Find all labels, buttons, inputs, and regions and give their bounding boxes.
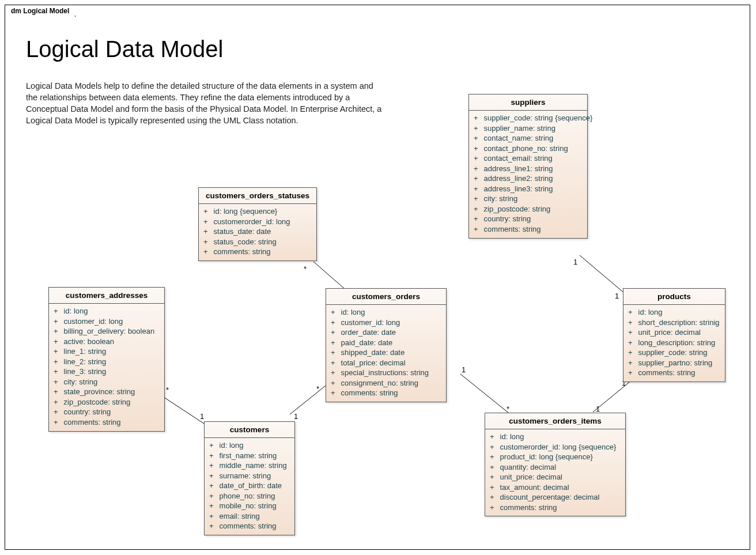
entity-attribute: + status_date: date (203, 226, 313, 237)
entity-customers-orders-statuses: customers_orders_statuses + id: long {se… (198, 187, 317, 261)
attribute-text: comments: string (339, 388, 398, 397)
entity-attribute: + comments: string (474, 224, 584, 235)
attribute-text: address_line2: string (482, 174, 553, 183)
attribute-text: zip_postcode: string (62, 398, 130, 406)
entity-title: customers_orders_items (485, 413, 625, 429)
entity-title: customers_addresses (49, 288, 164, 304)
visibility-plus-icon: + (54, 316, 62, 327)
attribute-text: quantity: decimal (498, 463, 556, 471)
attribute-text: total_price: decimal (339, 358, 406, 367)
attribute-text: address_line1: string (482, 164, 553, 173)
entity-attribute: + paid_date: date (331, 338, 443, 348)
visibility-plus-icon: + (209, 501, 217, 511)
attribute-text: id: long (62, 307, 88, 315)
entity-attribute: + address_line3: string (474, 184, 584, 194)
attribute-text: supplier_code: string (636, 348, 708, 357)
visibility-plus-icon: + (331, 358, 339, 368)
attribute-text: phone_no: string (217, 492, 275, 500)
entity-customers-orders: customers_orders + id: long+ customer_id… (326, 288, 447, 402)
visibility-plus-icon: + (628, 358, 636, 368)
visibility-plus-icon: + (490, 492, 498, 503)
entity-attribute: + unit_price: decimal (490, 472, 622, 482)
attribute-text: line_2: string (62, 357, 106, 366)
attribute-text: comments: string (636, 368, 695, 377)
entity-attribute: + id: long (628, 307, 721, 318)
visibility-plus-icon: + (490, 503, 498, 513)
entity-attribute: + phone_no: string (209, 491, 291, 501)
attribute-text: id: long (339, 308, 365, 316)
visibility-plus-icon: + (54, 417, 62, 428)
visibility-plus-icon: + (490, 482, 498, 493)
visibility-plus-icon: + (628, 307, 636, 318)
entity-attribute: + active: boolean (54, 337, 161, 347)
attribute-text: order_date: date (339, 328, 396, 337)
entity-attribute: + comments: string (54, 417, 161, 428)
entity-attribute: + customerorder_id: long (203, 217, 313, 227)
entity-attribute: + supplier_name: string (474, 123, 584, 134)
entity-attribute: + id: long (54, 306, 161, 316)
visibility-plus-icon: + (54, 346, 62, 357)
entity-attribute: + line_2: string (54, 357, 161, 367)
entity-attribute: + tax_amount: decimal (490, 482, 622, 493)
attribute-text: contact_email: string (482, 154, 553, 163)
diagram-frame: dm Logical Model Logical Data Model Logi… (5, 5, 750, 550)
entity-attrs: + id: long+ customer_id: long+ order_dat… (326, 305, 446, 402)
visibility-plus-icon: + (490, 452, 498, 462)
attribute-text: long_description: string (636, 338, 715, 347)
visibility-plus-icon: + (490, 462, 498, 473)
svg-line-1 (164, 397, 204, 424)
entity-attribute: + city: string (474, 194, 584, 204)
entity-attribute: + mobile_no: string (209, 501, 291, 511)
attribute-text: comments: string (482, 225, 541, 233)
diagram-description: Logical Data Models help to define the d… (26, 80, 383, 126)
visibility-plus-icon: + (490, 432, 498, 442)
visibility-plus-icon: + (474, 153, 482, 164)
visibility-plus-icon: + (331, 318, 339, 328)
attribute-text: customerorder_id: long {sequence} (498, 443, 616, 451)
attribute-text: country: string (62, 407, 111, 416)
entity-attribute: + comments: string (490, 503, 622, 513)
attribute-text: consignment_no: string (339, 379, 418, 387)
entity-attribute: + contact_name: string (474, 133, 584, 144)
entity-attribute: + line_1: string (54, 346, 161, 357)
visibility-plus-icon: + (331, 307, 339, 318)
visibility-plus-icon: + (209, 440, 217, 451)
entity-attribute: + city: string (54, 377, 161, 387)
entity-title: customers_orders (326, 289, 446, 305)
visibility-plus-icon: + (203, 237, 211, 247)
entity-attribute: + supplier_code: string {sequence} (474, 113, 584, 123)
multiplicity-label: * (166, 386, 169, 394)
svg-line-5 (580, 255, 625, 293)
visibility-plus-icon: + (54, 407, 62, 417)
entity-attribute: + first_name: string (209, 451, 291, 461)
visibility-plus-icon: + (474, 224, 482, 235)
attribute-text: unit_price: decimal (498, 473, 562, 481)
visibility-plus-icon: + (209, 491, 217, 501)
entity-attribute: + consignment_no: string (331, 378, 443, 388)
entity-attrs: + id: long+ customer_id: long+ billing_o… (49, 304, 164, 431)
entity-attrs: + id: long {sequence}+ customerorder_id:… (199, 204, 316, 260)
visibility-plus-icon: + (331, 388, 339, 398)
multiplicity-label: 1 (615, 292, 619, 300)
entity-attrs: + id: long+ customerorder_id: long {sequ… (485, 429, 625, 516)
attribute-text: address_line3: string (482, 184, 553, 193)
visibility-plus-icon: + (54, 387, 62, 397)
diagram-title: Logical Data Model (26, 36, 223, 62)
visibility-plus-icon: + (628, 318, 636, 328)
visibility-plus-icon: + (628, 368, 636, 378)
entity-attribute: + contact_email: string (474, 153, 584, 164)
attribute-text: supplier_code: string {sequence} (482, 114, 592, 122)
entity-attribute: + id: long {sequence} (203, 206, 313, 217)
entity-attribute: + quantity: decimal (490, 462, 622, 473)
entity-products: products + id: long+ short_description: … (623, 288, 725, 382)
attribute-text: comments: string (62, 418, 121, 426)
multiplicity-label: * (304, 265, 307, 273)
multiplicity-label: * (506, 405, 509, 413)
attribute-text: first_name: string (217, 451, 277, 460)
multiplicity-label: 1 (294, 412, 298, 421)
visibility-plus-icon: + (209, 481, 217, 491)
visibility-plus-icon: + (474, 113, 482, 123)
attribute-text: mobile_no: string (217, 501, 277, 510)
visibility-plus-icon: + (54, 326, 62, 337)
multiplicity-label: 1 (596, 405, 600, 413)
